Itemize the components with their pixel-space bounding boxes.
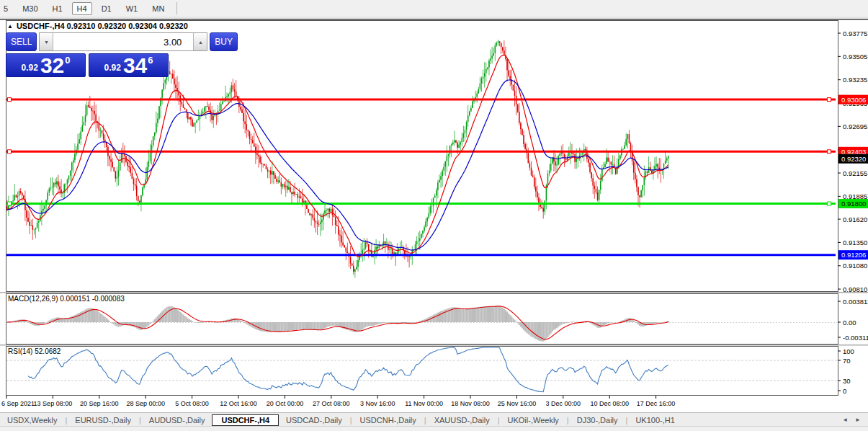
tab-separator: | bbox=[498, 416, 500, 425]
svg-text:17 Dec 16:00: 17 Dec 16:00 bbox=[637, 400, 676, 407]
svg-text:30: 30 bbox=[843, 377, 851, 385]
tab-separator: | bbox=[626, 416, 628, 425]
volume-decrease-button[interactable]: ▼ bbox=[40, 33, 53, 50]
volume-spinner: ▼ ▲ bbox=[39, 32, 207, 51]
tab-scroll-right-icon[interactable]: ► bbox=[855, 417, 861, 423]
timeframe-button-m30[interactable]: M30 bbox=[17, 2, 42, 15]
svg-text:5 Oct 08:00: 5 Oct 08:00 bbox=[175, 400, 209, 407]
macd-indicator-label: MACD(12,26,9) 0.000151 -0.000083 bbox=[8, 295, 125, 303]
chevron-down-icon: ▼ bbox=[44, 40, 49, 45]
collapse-panel-icon[interactable]: ▲ bbox=[7, 23, 13, 30]
svg-text:100: 100 bbox=[843, 347, 854, 355]
price-badge-label: 0.91800 bbox=[841, 200, 866, 208]
chart-tab-usdchf-h4[interactable]: USDCHF-,H4 bbox=[212, 414, 279, 426]
rsi-axis: 10070300 bbox=[838, 347, 854, 395]
tab-separator: | bbox=[350, 416, 352, 425]
svg-text:25 Nov 16:00: 25 Nov 16:00 bbox=[498, 400, 537, 407]
svg-text:27 Oct 08:00: 27 Oct 08:00 bbox=[313, 400, 350, 407]
chart-tab-usdcad-daily[interactable]: USDCAD-,Daily bbox=[279, 414, 349, 426]
symbol-ohlc-text: USDCHF-,H4 0.92310 0.92320 0.92304 0.923… bbox=[17, 22, 188, 30]
timeframe-toolbar: 5M30H1H4D1W1MN bbox=[0, 0, 868, 17]
tab-separator: | bbox=[65, 416, 67, 425]
svg-text:0.90810: 0.90810 bbox=[843, 285, 867, 293]
svg-text:3 Nov 16:00: 3 Nov 16:00 bbox=[360, 400, 395, 407]
buy-price-pip: 6 bbox=[148, 55, 153, 66]
svg-text:28 Sep 00:00: 28 Sep 00:00 bbox=[126, 400, 165, 407]
toolbar-separator bbox=[176, 2, 177, 14]
tab-separator: | bbox=[139, 416, 141, 425]
macd-axis: 0.0038110.00-0.00311 bbox=[838, 298, 868, 342]
chart-tab-audusd-daily[interactable]: AUDUSD-,Daily bbox=[142, 414, 212, 426]
chart-tab-usdcnh-daily[interactable]: USDCNH-,Daily bbox=[353, 414, 424, 426]
svg-text:-0.00311: -0.00311 bbox=[843, 334, 868, 342]
svg-text:18 Nov 08:00: 18 Nov 08:00 bbox=[451, 400, 490, 407]
status-strip bbox=[0, 426, 868, 431]
svg-text:0.00: 0.00 bbox=[843, 319, 856, 326]
price-badge-label: 0.93006 bbox=[841, 96, 866, 104]
chevron-up-icon: ▲ bbox=[198, 40, 203, 45]
chart-tab-uk100-h1[interactable]: UK100-,H1 bbox=[628, 414, 681, 426]
svg-text:0.92155: 0.92155 bbox=[843, 169, 867, 177]
svg-text:0.91620: 0.91620 bbox=[843, 216, 867, 223]
tab-separator: | bbox=[424, 416, 426, 425]
rsi-indicator-label: RSI(14) 52.0682 bbox=[8, 347, 61, 355]
svg-text:3 Dec 00:00: 3 Dec 00:00 bbox=[546, 400, 581, 407]
sell-button[interactable]: SELL bbox=[6, 32, 37, 51]
sell-price-big: 32 bbox=[40, 55, 64, 75]
svg-text:0.93505: 0.93505 bbox=[843, 53, 867, 61]
chart-tab-usdx-weekly[interactable]: USDX,Weekly bbox=[0, 414, 64, 426]
buy-price-prefix: 0.92 bbox=[104, 63, 121, 73]
time-axis[interactable]: 6 Sep 202113 Sep 08:0020 Sep 16:0028 Sep… bbox=[1, 396, 675, 407]
buy-price-display[interactable]: 0.92346 bbox=[89, 53, 169, 77]
chart-tab-eurusd-daily[interactable]: EURUSD-,Daily bbox=[68, 414, 138, 426]
svg-text:10 Dec 08:00: 10 Dec 08:00 bbox=[590, 400, 629, 407]
timeframe-button-mn[interactable]: MN bbox=[147, 2, 169, 15]
svg-text:12 Oct 16:00: 12 Oct 16:00 bbox=[220, 400, 257, 407]
svg-text:13 Sep 08:00: 13 Sep 08:00 bbox=[34, 400, 73, 407]
svg-text:0.91080: 0.91080 bbox=[843, 262, 867, 270]
window-border bbox=[0, 17, 868, 20]
svg-text:0.003811: 0.003811 bbox=[843, 298, 868, 306]
timeframe-button-h4[interactable]: H4 bbox=[72, 2, 92, 15]
buy-button[interactable]: BUY bbox=[210, 32, 238, 51]
sell-price-pip: 0 bbox=[65, 55, 70, 66]
svg-text:11 Nov 00:00: 11 Nov 00:00 bbox=[405, 400, 443, 407]
tab-scroll-arrows: ◄► bbox=[842, 417, 861, 423]
mt4-chart-window: 5M30H1H4D1W1MN 0.937750.935050.932350.92… bbox=[0, 0, 868, 431]
current-price-label: 0.92320 bbox=[841, 155, 866, 163]
chart-tab-ukoil-weekly[interactable]: UKOil-,Weekly bbox=[501, 414, 566, 426]
tab-scroll-left-icon[interactable]: ◄ bbox=[842, 417, 848, 423]
chart-tab-bar: USDX,Weekly|EURUSD-,Daily|AUDUSD-,DailyU… bbox=[0, 412, 868, 427]
svg-text:0.91350: 0.91350 bbox=[843, 239, 867, 246]
svg-text:70: 70 bbox=[843, 357, 851, 365]
tab-separator: | bbox=[567, 416, 569, 425]
timeframe-button-w1[interactable]: W1 bbox=[121, 2, 143, 15]
svg-text:20 Oct 00:00: 20 Oct 00:00 bbox=[267, 400, 304, 407]
timeframe-button-5[interactable]: 5 bbox=[0, 2, 13, 15]
svg-text:0.93775: 0.93775 bbox=[843, 30, 867, 37]
chart-tab-xauusd-daily[interactable]: XAUUSD-,Daily bbox=[427, 414, 497, 426]
timeframe-button-d1[interactable]: D1 bbox=[97, 2, 117, 15]
volume-input[interactable] bbox=[53, 33, 193, 50]
chart-symbol-title: ▲USDCHF-,H4 0.92310 0.92320 0.92304 0.92… bbox=[7, 22, 188, 30]
sell-price-display[interactable]: 0.92320 bbox=[6, 53, 86, 77]
timeframe-button-h1[interactable]: H1 bbox=[48, 2, 68, 15]
chart-tab-dj30-daily[interactable]: DJ30-,Daily bbox=[570, 414, 625, 426]
sell-price-prefix: 0.92 bbox=[22, 63, 38, 73]
volume-increase-button[interactable]: ▲ bbox=[193, 33, 207, 50]
svg-text:0.93235: 0.93235 bbox=[843, 76, 867, 84]
one-click-trading-panel: SELL ▼ ▲ BUY 0.92320 0.92346 bbox=[6, 32, 169, 77]
price-badge-label: 0.91206 bbox=[841, 251, 866, 259]
svg-text:0.92695: 0.92695 bbox=[843, 123, 867, 130]
svg-text:6 Sep 2021: 6 Sep 2021 bbox=[1, 400, 35, 407]
svg-text:0: 0 bbox=[843, 387, 846, 395]
buy-price-big: 34 bbox=[123, 55, 147, 75]
svg-text:20 Sep 16:00: 20 Sep 16:00 bbox=[80, 400, 119, 407]
